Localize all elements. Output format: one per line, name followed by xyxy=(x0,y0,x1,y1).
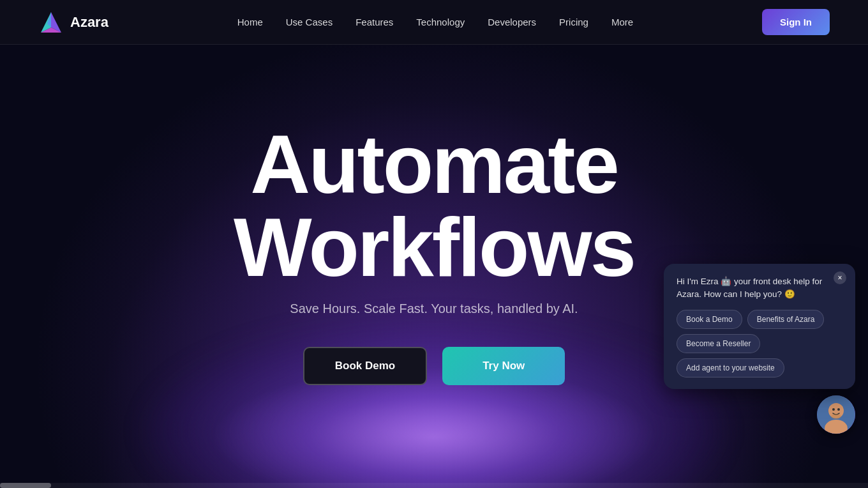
chat-avatar[interactable] xyxy=(817,395,855,434)
nav-links: Home Use Cases Features Technology Devel… xyxy=(237,17,633,28)
chat-option-book-demo[interactable]: Book a Demo xyxy=(677,310,742,329)
try-now-button[interactable]: Try Now xyxy=(442,347,565,385)
chat-widget: × Hi I'm Ezra 🤖 your front desk help for… xyxy=(664,264,855,434)
svg-point-10 xyxy=(831,414,841,419)
nav-features[interactable]: Features xyxy=(355,17,393,27)
nav-pricing[interactable]: Pricing xyxy=(559,17,588,27)
scrollbar-track xyxy=(0,483,868,488)
hero-cta-buttons: Book Demo Try Now xyxy=(303,347,565,385)
nav-developers[interactable]: Developers xyxy=(488,17,536,27)
chat-option-benefits[interactable]: Benefits of Azara xyxy=(747,310,825,329)
navbar: Azara Home Use Cases Features Technology… xyxy=(0,0,868,45)
hero-title-line1: Automate xyxy=(250,118,617,211)
hero-subtitle: Save Hours. Scale Fast. Your tasks, hand… xyxy=(290,301,578,316)
hero-orb-inner xyxy=(211,367,657,488)
chat-options: Book a Demo Benefits of Azara Become a R… xyxy=(677,310,842,377)
svg-point-8 xyxy=(832,408,835,411)
chat-bubble: × Hi I'm Ezra 🤖 your front desk help for… xyxy=(664,264,855,390)
logo[interactable]: Azara xyxy=(38,10,108,35)
chat-message: Hi I'm Ezra 🤖 your front desk help for A… xyxy=(677,275,842,301)
azara-logo-icon xyxy=(38,10,64,35)
chat-close-button[interactable]: × xyxy=(834,271,846,284)
nav-technology[interactable]: Technology xyxy=(416,17,465,27)
hero-title-line2: Workflows xyxy=(234,201,634,294)
book-demo-button[interactable]: Book Demo xyxy=(303,347,427,385)
scrollbar-thumb[interactable] xyxy=(0,483,51,488)
nav-more[interactable]: More xyxy=(611,17,633,27)
nav-use-cases[interactable]: Use Cases xyxy=(286,17,333,27)
brand-name: Azara xyxy=(70,14,108,31)
chat-option-add-agent[interactable]: Add agent to your website xyxy=(677,358,784,377)
svg-point-9 xyxy=(837,408,840,411)
hero-title: Automate Workflows xyxy=(234,123,634,289)
sign-in-button[interactable]: Sign In xyxy=(762,9,830,35)
nav-home[interactable]: Home xyxy=(237,17,263,27)
chat-option-reseller[interactable]: Become a Reseller xyxy=(677,334,760,353)
